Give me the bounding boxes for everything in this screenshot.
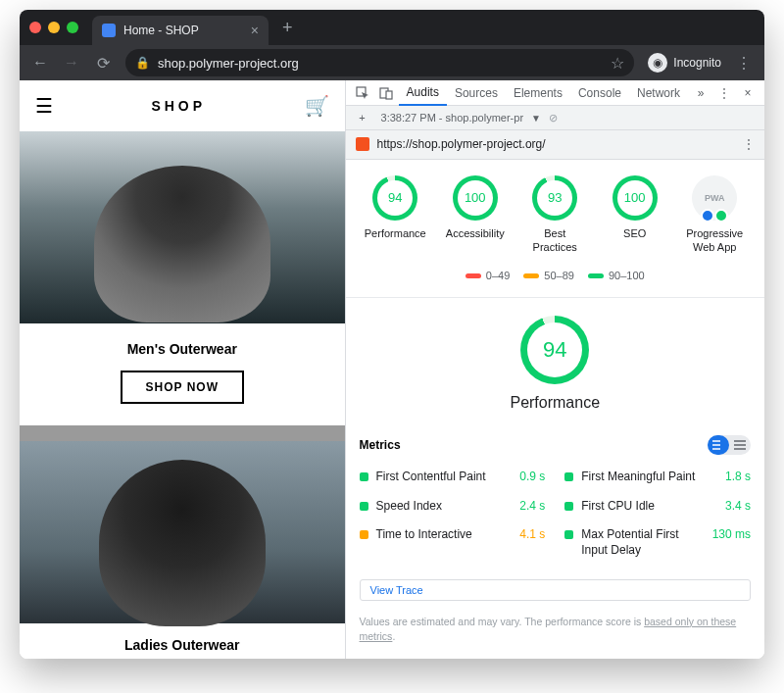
gauge-accessibility[interactable]: 100Accessibility xyxy=(443,175,508,255)
clear-audits-icon[interactable]: ⊘ xyxy=(549,112,558,124)
reload-button[interactable]: ⟳ xyxy=(88,48,118,77)
metric-status-dot xyxy=(564,502,573,511)
legend-item: 50–89 xyxy=(523,270,574,281)
devtools-panel: AuditsSourcesElementsConsoleNetwork » ⋮ … xyxy=(346,80,764,659)
view-trace-button[interactable]: View Trace xyxy=(360,579,751,601)
window-controls xyxy=(29,22,84,33)
metric-name: First CPU Idle xyxy=(581,499,717,515)
metric-value: 2.4 s xyxy=(519,499,545,513)
audit-run-label[interactable]: 3:38:27 PM - shop.polymer-pr xyxy=(381,112,524,124)
disclaimer-text-b: . xyxy=(392,630,395,642)
metric-status-dot xyxy=(564,530,573,539)
hamburger-icon[interactable]: ☰ xyxy=(35,94,53,118)
metric-value: 130 ms xyxy=(712,527,751,541)
devtools-tab-network[interactable]: Network xyxy=(629,80,688,106)
address-bar[interactable]: 🔒 shop.polymer-project.org ☆ xyxy=(125,49,634,76)
hero-title-mens: Men's Outerwear xyxy=(20,341,345,357)
close-window-button[interactable] xyxy=(29,22,41,33)
legend-item: 90–100 xyxy=(588,270,645,281)
gauge-label: SEO xyxy=(603,226,667,240)
metric-status-dot xyxy=(360,530,368,539)
hero-caption-ladies: Ladies Outerwear xyxy=(20,623,345,659)
back-button[interactable]: ← xyxy=(25,48,55,77)
gauge-score: 94 xyxy=(372,175,417,221)
audit-dropdown-icon[interactable]: ▼ xyxy=(531,113,541,124)
score-legend: 0–4950–8990–100 xyxy=(346,262,764,297)
hero-caption-mens: Men's Outerwear SHOP NOW xyxy=(20,323,345,425)
browser-toolbar: ← → ⟳ 🔒 shop.polymer-project.org ☆ ◉ Inc… xyxy=(20,45,764,80)
device-toolbar-icon[interactable] xyxy=(375,82,397,104)
gauge-score: 93 xyxy=(532,175,577,221)
gauge-ring: 100 xyxy=(612,175,658,221)
url-text: shop.polymer-project.org xyxy=(158,56,299,71)
devtools-tab-audits[interactable]: Audits xyxy=(399,80,447,106)
metric-value: 4.1 s xyxy=(519,527,545,541)
legend-range: 50–89 xyxy=(544,270,574,281)
legend-range: 90–100 xyxy=(609,270,645,281)
metric-name: Time to Interactive xyxy=(376,527,513,543)
new-audit-button[interactable]: + xyxy=(352,107,373,128)
devtools-menu-icon[interactable]: ⋮ xyxy=(713,82,735,104)
gauge-seo[interactable]: 100SEO xyxy=(603,175,667,255)
tab-title: Home - SHOP xyxy=(123,24,199,37)
inspect-element-icon[interactable] xyxy=(352,82,373,104)
minimize-window-button[interactable] xyxy=(48,22,60,33)
devtools-tab-sources[interactable]: Sources xyxy=(447,80,506,106)
devtools-tab-elements[interactable]: Elements xyxy=(506,80,570,106)
gauge-label: Performance xyxy=(363,226,427,240)
metrics-grid: First Contentful Paint0.9 sFirst Meaning… xyxy=(346,463,764,574)
rendered-page: ☰ SHOP 🛒 Men's Outerwear SHOP NOW Ladies… xyxy=(20,80,346,659)
favicon-icon xyxy=(102,24,116,37)
gauge-label: Accessibility xyxy=(443,226,508,240)
close-tab-button[interactable]: × xyxy=(251,23,259,38)
incognito-indicator[interactable]: ◉ Incognito xyxy=(642,53,727,73)
devtools-tab-console[interactable]: Console xyxy=(570,80,629,106)
metric-name: First Contentful Paint xyxy=(376,470,513,485)
cart-icon[interactable]: 🛒 xyxy=(305,94,329,118)
metric-value: 3.4 s xyxy=(725,499,751,513)
close-devtools-button[interactable]: × xyxy=(737,82,759,104)
maximize-window-button[interactable] xyxy=(67,22,78,33)
metric-row: First Meaningful Paint1.8 s xyxy=(564,463,751,492)
gauge-ring: 94 xyxy=(372,175,417,221)
metric-row: First Contentful Paint0.9 s xyxy=(360,463,546,492)
incognito-icon: ◉ xyxy=(648,53,667,73)
score-gauges: 94Performance100Accessibility93Best Prac… xyxy=(346,160,764,263)
lighthouse-icon xyxy=(356,137,369,151)
metrics-header: Metrics xyxy=(346,423,764,463)
forward-button[interactable]: → xyxy=(57,48,86,77)
metric-row: Time to Interactive4.1 s xyxy=(360,520,546,565)
gauge-performance[interactable]: 94Performance xyxy=(363,175,427,255)
hero-image-ladies xyxy=(20,425,345,623)
audit-url-menu-icon[interactable]: ⋮ xyxy=(743,137,755,151)
gauge-best-practices[interactable]: 93Best Practices xyxy=(522,175,587,255)
hero-title-ladies: Ladies Outerwear xyxy=(20,637,345,653)
devtools-tabbar-right: » ⋮ × xyxy=(690,82,759,104)
gauge-pwa[interactable]: PWAProgressive Web App xyxy=(682,175,747,255)
new-tab-button[interactable]: + xyxy=(282,18,293,38)
pwa-gauge-ring: PWA xyxy=(692,175,737,221)
metric-row: Max Potential First Input Delay130 ms xyxy=(564,520,751,565)
legend-range: 0–49 xyxy=(486,270,510,281)
incognito-label: Incognito xyxy=(673,56,721,70)
legend-swatch xyxy=(523,273,539,278)
browser-tab[interactable]: Home - SHOP × xyxy=(92,16,269,45)
devtools-tabbar: AuditsSourcesElementsConsoleNetwork » ⋮ … xyxy=(346,80,764,106)
metrics-view-toggle[interactable] xyxy=(708,435,751,455)
performance-gauge: 94 xyxy=(520,316,589,384)
metric-value: 1.8 s xyxy=(725,470,751,483)
legend-swatch xyxy=(466,273,481,278)
metric-name: Max Potential First Input Delay xyxy=(581,527,704,558)
audited-url: https://shop.polymer-project.org/ xyxy=(377,137,735,151)
more-tabs-icon[interactable]: » xyxy=(690,82,711,104)
bookmark-star-icon[interactable]: ☆ xyxy=(611,54,624,73)
shop-now-button[interactable]: SHOP NOW xyxy=(121,371,244,404)
metric-name: First Meaningful Paint xyxy=(581,470,717,485)
performance-section: 94 Performance xyxy=(346,297,764,423)
legend-swatch xyxy=(588,273,604,278)
chrome-menu-button[interactable]: ⋮ xyxy=(729,48,759,77)
gauge-ring: 100 xyxy=(453,175,498,221)
metrics-view-expanded-icon xyxy=(729,435,751,455)
gauge-label: Progressive Web App xyxy=(682,226,747,255)
gauge-label: Best Practices xyxy=(522,226,587,255)
